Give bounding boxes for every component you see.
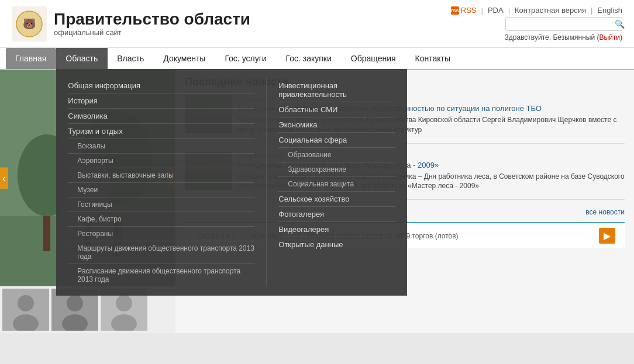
svg-point-15: [67, 295, 83, 311]
site-title-main: Правительство области: [54, 11, 250, 29]
greeting: Здравствуйте, Безымянный (Выйти): [505, 33, 622, 41]
sep3: |: [591, 6, 592, 15]
dropdown-item-sotsialnaya[interactable]: Социальная сфера: [278, 133, 395, 148]
dropdown-item-raspisanie[interactable]: Расписание движения общественного трансп…: [68, 264, 254, 286]
dropdown-item-obrazovanie[interactable]: Образование: [278, 148, 395, 162]
dropdown-item-aeroporty[interactable]: Аэропорты: [68, 154, 254, 168]
person-thumb-1: [2, 289, 49, 331]
svg-rect-6: [43, 216, 50, 251]
nav-item-glavnaya[interactable]: Главная: [6, 48, 56, 69]
dropdown-col-2: Инвестиционная привлекательность Областн…: [267, 78, 407, 286]
dropdown-item-simvolika[interactable]: Символика: [68, 109, 254, 124]
dropdown-item-vystavki[interactable]: Выставки, выставочные залы: [68, 168, 254, 183]
logo-emblem: 🐻: [12, 6, 47, 41]
nav-item-vlast[interactable]: Власть: [108, 48, 154, 69]
dropdown-item-vokzaly[interactable]: Вокзалы: [68, 139, 254, 154]
dropdown-item-investitsii[interactable]: Инвестиционная привлекательность: [278, 78, 395, 102]
search-bar: 🔍: [505, 17, 622, 31]
dropdown-item-sotszashchita[interactable]: Социальная защита: [278, 177, 395, 192]
slider-arrow-left[interactable]: ‹: [0, 168, 8, 189]
header-links: rss RSS | PDA | Контрастная версия | Eng…: [451, 6, 622, 15]
dropdown-item-videogalereya[interactable]: Видеогалерея: [278, 222, 395, 237]
dropdown-item-kafe[interactable]: Кафе, бистро: [68, 212, 254, 227]
dropdown-item-zdravookhranenie[interactable]: Здравоохранение: [278, 162, 395, 177]
site-title: Правительство области официальный сайт: [54, 11, 250, 37]
sep2: |: [508, 6, 510, 15]
sep1: |: [481, 6, 483, 15]
site-title-sub: официальный сайт: [54, 28, 250, 37]
dropdown-item-obshchaya[interactable]: Общая информация: [68, 78, 254, 93]
english-link[interactable]: English: [597, 6, 622, 15]
dropdown-item-smi[interactable]: Областные СМИ: [278, 102, 395, 117]
dropdown-item-fotogalereya[interactable]: Фотогалерея: [278, 207, 395, 222]
dropdown-col-1: Общая информация История Символика Туриз…: [56, 78, 267, 286]
nav-item-dokumenty[interactable]: Документы: [154, 48, 215, 69]
nav-item-kontakty[interactable]: Контакты: [406, 48, 460, 69]
nav-item-gos-zakupki[interactable]: Гос. закупки: [277, 48, 342, 69]
dropdown-item-otkrytye-dannye[interactable]: Открытые данные: [278, 237, 395, 252]
contrast-link[interactable]: Контрастная версия: [515, 6, 586, 15]
search-input[interactable]: [506, 18, 611, 30]
svg-text:🐻: 🐻: [23, 18, 36, 30]
logout-link[interactable]: Выйти: [599, 33, 620, 41]
header-right: rss RSS | PDA | Контрастная версия | Eng…: [451, 6, 622, 41]
pda-link[interactable]: PDA: [488, 6, 504, 15]
header: 🐻 Правительство области официальный сайт…: [0, 0, 634, 48]
dropdown-item-gostinitsy[interactable]: Гостиницы: [68, 197, 254, 212]
dropdown-item-turizm[interactable]: Туризм и отдых: [68, 124, 254, 139]
dropdown-item-selkhoz[interactable]: Сельское хозяйство: [278, 192, 395, 207]
dropdown-item-muzei[interactable]: Музеи: [68, 183, 254, 197]
dropdown-item-marshruty[interactable]: Маршруты движения общественного транспор…: [68, 241, 254, 264]
svg-point-12: [18, 295, 34, 311]
greeting-text: Здравствуйте, Безымянный: [505, 33, 595, 41]
dropdown-menu: Общая информация История Символика Туриз…: [56, 69, 407, 296]
svg-point-18: [116, 295, 132, 311]
dropdown-item-restorany[interactable]: Рестораны: [68, 227, 254, 241]
rss-label: RSS: [461, 6, 477, 15]
search-button[interactable]: 🔍: [611, 18, 628, 30]
nav-oblast-wrapper: Область Общая информация История Символи…: [56, 48, 108, 69]
rss-icon: rss: [451, 6, 459, 15]
goszakaz-next-button[interactable]: ▶: [599, 228, 615, 244]
dropdown-item-istoriya[interactable]: История: [68, 93, 254, 109]
logo-area: 🐻 Правительство области официальный сайт: [12, 6, 250, 41]
dropdown-item-ekonomika[interactable]: Экономика: [278, 117, 395, 133]
nav-item-gos-uslugi[interactable]: Гос. услуги: [215, 48, 276, 69]
nav-bar: Главная Область Общая информация История…: [0, 48, 634, 70]
nav-item-oblast[interactable]: Область: [56, 48, 108, 69]
nav-item-obrashcheniya[interactable]: Обращения: [342, 48, 406, 69]
rss-link[interactable]: rss RSS: [451, 6, 477, 15]
